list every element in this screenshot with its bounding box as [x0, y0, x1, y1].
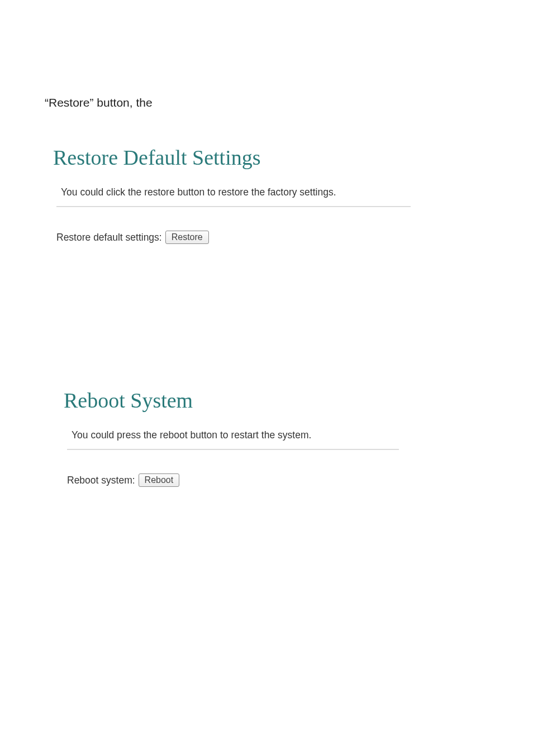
restore-button[interactable]: Restore [165, 231, 209, 244]
reboot-button[interactable]: Reboot [139, 473, 180, 487]
reboot-section-description: You could press the reboot button to res… [72, 429, 399, 441]
restore-default-settings-panel: Restore Default Settings You could click… [53, 145, 411, 244]
restore-action-row: Restore default settings: Restore [56, 231, 411, 244]
reboot-field-label: Reboot system: [67, 475, 135, 486]
reboot-section-title: Reboot System [64, 388, 399, 413]
reboot-system-panel: Reboot System You could press the reboot… [64, 388, 399, 487]
reboot-divider [67, 449, 399, 450]
reboot-action-row: Reboot system: Reboot [67, 473, 399, 487]
intro-text-fragment: “Restore” button, the [45, 96, 153, 109]
restore-section-title: Restore Default Settings [53, 145, 411, 170]
restore-field-label: Restore default settings: [56, 232, 162, 243]
restore-section-description: You could click the restore button to re… [61, 186, 411, 198]
restore-divider [56, 206, 411, 207]
